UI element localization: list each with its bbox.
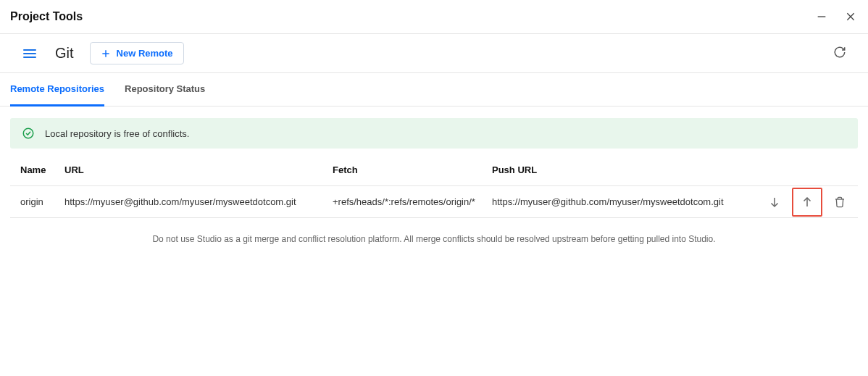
remote-url: https://myuser@github.com/myuser/mysweet… <box>64 186 333 217</box>
refresh-icon <box>833 46 846 59</box>
new-remote-button[interactable]: New Remote <box>90 42 184 64</box>
tab-repository-status[interactable]: Repository Status <box>125 73 205 106</box>
tabs: Remote Repositories Repository Status <box>0 73 868 106</box>
col-header-fetch: Fetch <box>333 154 492 185</box>
col-header-name: Name <box>10 154 64 185</box>
push-button[interactable] <box>792 188 822 217</box>
svg-point-5 <box>23 128 33 138</box>
pull-button[interactable] <box>764 191 786 214</box>
remote-push-url: https://myuser@github.com/myuser/mysweet… <box>492 186 764 217</box>
remote-name: origin <box>10 186 64 217</box>
titlebar: Project Tools <box>0 0 868 34</box>
status-banner: Local repository is free of conflicts. <box>10 118 858 149</box>
window-title: Project Tools <box>10 10 83 23</box>
tab-remote-repositories[interactable]: Remote Repositories <box>10 73 104 106</box>
window-controls <box>816 11 856 22</box>
remotes-table: Name URL Fetch Push URL origin https://m… <box>10 154 858 218</box>
trash-icon <box>834 196 846 208</box>
refresh-button[interactable] <box>829 41 851 65</box>
col-header-push: Push URL <box>492 154 764 185</box>
status-message: Local repository is free of conflicts. <box>45 128 189 139</box>
check-circle-icon <box>22 127 35 140</box>
menu-icon[interactable] <box>20 46 39 61</box>
close-button[interactable] <box>845 11 856 22</box>
arrow-up-icon <box>801 196 814 209</box>
minimize-button[interactable] <box>816 11 827 22</box>
col-header-url: URL <box>64 154 333 185</box>
delete-button[interactable] <box>828 191 851 214</box>
toolbar: Git New Remote <box>0 34 868 73</box>
page-heading: Git <box>55 45 74 62</box>
table-header: Name URL Fetch Push URL <box>10 154 858 186</box>
table-row: origin https://myuser@github.com/myuser/… <box>10 186 858 218</box>
remote-fetch: +refs/heads/*:refs/remotes/origin/* <box>333 186 492 217</box>
arrow-down-icon <box>768 196 781 209</box>
new-remote-label: New Remote <box>117 48 173 59</box>
plus-icon <box>101 49 111 59</box>
footer-note: Do not use Studio as a git merge and con… <box>10 218 858 260</box>
